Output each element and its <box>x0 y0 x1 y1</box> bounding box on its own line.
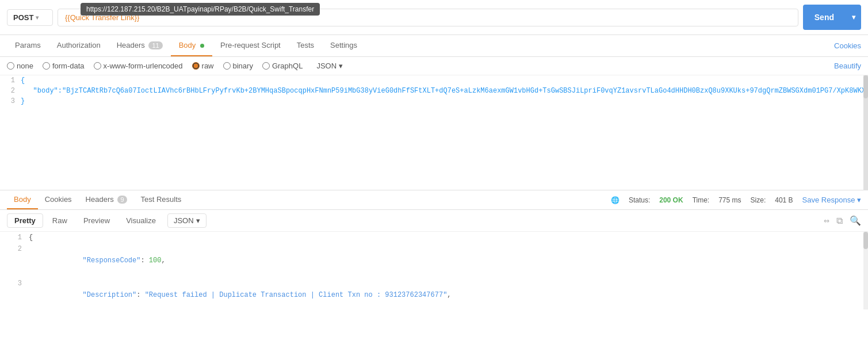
radio-binary[interactable]: binary <box>223 62 253 70</box>
pretty-tab-pretty[interactable]: Pretty <box>7 213 43 228</box>
request-body-editor[interactable]: 1 { 2 "body":"BjzTCARtRb7cQ6a07IoctLIAVh… <box>0 75 868 190</box>
response-status-info: 🌐 Status: 200 OK Time: 775 ms Size: 401 … <box>611 196 861 204</box>
cookies-link[interactable]: Cookies <box>834 41 861 50</box>
tab-body[interactable]: Body <box>171 35 212 56</box>
editor-scrollbar[interactable] <box>863 75 868 190</box>
json-chevron-icon: ▾ <box>339 62 343 70</box>
save-response-chevron-icon: ▾ <box>857 196 861 204</box>
resp-line-2: 2 "ResponseCode": 100, <box>0 243 868 278</box>
app-container: https://122.187.215.20/B2B_UATpayinapi/R… <box>0 0 868 348</box>
time-label: Time: <box>693 196 710 204</box>
save-response-button[interactable]: Save Response ▾ <box>802 196 861 204</box>
copy-icon[interactable]: ⧉ <box>836 216 843 226</box>
globe-icon: 🌐 <box>611 196 620 204</box>
req-line-1: 1 { <box>0 75 868 86</box>
pretty-tabs-bar: Pretty Raw Preview Visualize JSON ▾ ⇔ ⧉ … <box>0 210 868 232</box>
tab-tests[interactable]: Tests <box>289 35 322 56</box>
status-label: Status: <box>629 196 650 204</box>
body-options: none form-data x-www-form-urlencoded raw… <box>0 57 868 75</box>
search-icon[interactable]: 🔍 <box>850 215 861 226</box>
url-tooltip: https://122.187.215.20/B2B_UATpayinapi/R… <box>81 3 320 16</box>
beautify-button[interactable]: Beautify <box>834 62 861 70</box>
tab-settings[interactable]: Settings <box>322 35 365 56</box>
pretty-actions: ⇔ ⧉ 🔍 <box>824 215 861 226</box>
tab-params[interactable]: Params <box>7 35 49 56</box>
headers-badge: 11 <box>148 41 162 49</box>
req-line-2: 2 "body":"BjzTCARtRb7cQ6a07IoctLIAVhc6rB… <box>0 86 868 96</box>
resp-tab-headers[interactable]: Headers 9 <box>79 190 134 209</box>
url-bar: https://122.187.215.20/B2B_UATpayinapi/R… <box>0 0 868 35</box>
resp-tab-test-results[interactable]: Test Results <box>134 190 189 209</box>
chevron-down-icon: ▾ <box>36 14 39 21</box>
format-chevron-icon: ▾ <box>196 216 200 225</box>
response-body-viewer: 1 { 2 "ResponseCode": 100, 3 "Descriptio… <box>0 232 868 309</box>
body-dot-indicator <box>200 44 204 48</box>
resp-headers-badge: 9 <box>117 196 127 204</box>
response-area: Body Cookies Headers 9 Test Results 🌐 St… <box>0 190 868 348</box>
response-format-select[interactable]: JSON ▾ <box>167 213 207 228</box>
tab-pre-request-script[interactable]: Pre-request Script <box>212 35 289 56</box>
resp-tab-cookies[interactable]: Cookies <box>38 190 79 209</box>
radio-urlencoded[interactable]: x-www-form-urlencoded <box>94 62 183 70</box>
radio-form-data[interactable]: form-data <box>43 62 85 70</box>
send-label: Send <box>803 9 846 26</box>
pretty-tab-preview[interactable]: Preview <box>77 214 117 227</box>
request-tabs: Params Authorization Headers 11 Body Pre… <box>0 35 868 57</box>
wrap-icon[interactable]: ⇔ <box>824 217 829 225</box>
radio-graphql[interactable]: GraphQL <box>262 62 303 70</box>
radio-raw[interactable]: raw <box>192 62 214 70</box>
status-code: 200 OK <box>659 196 683 204</box>
resp-tab-body[interactable]: Body <box>7 190 38 209</box>
response-scrollbar[interactable] <box>863 232 868 309</box>
tab-authorization[interactable]: Authorization <box>49 35 109 56</box>
radio-none[interactable]: none <box>7 62 33 70</box>
send-button[interactable]: Send ▾ <box>803 5 861 30</box>
size-value: 401 B <box>775 196 793 204</box>
send-arrow-icon[interactable]: ▾ <box>846 9 861 25</box>
resp-line-1: 1 { <box>0 232 868 243</box>
size-label: Size: <box>751 196 766 204</box>
tab-headers[interactable]: Headers 11 <box>109 35 171 56</box>
method-select[interactable]: POST ▾ <box>7 9 53 26</box>
resp-line-3: 3 "Description": "Request failed | Dupli… <box>0 278 868 309</box>
pretty-tab-raw[interactable]: Raw <box>45 214 74 227</box>
req-line-3: 3 } <box>0 96 868 106</box>
pretty-tab-visualize[interactable]: Visualize <box>119 214 163 227</box>
json-format-select[interactable]: JSON ▾ <box>316 62 343 70</box>
time-value: 775 ms <box>718 196 741 204</box>
method-text: POST <box>13 13 33 22</box>
response-tabs: Body Cookies Headers 9 Test Results 🌐 St… <box>0 190 868 210</box>
